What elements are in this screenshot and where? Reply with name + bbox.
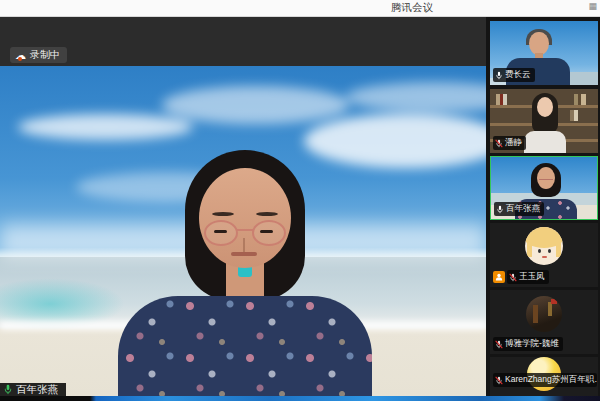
participant-tile-3-active-speaker[interactable]: 百年张燕	[490, 156, 598, 220]
participant-name: 费长云	[505, 69, 531, 81]
mic-on-icon	[495, 71, 503, 80]
participant-nametag-row: 王玉凤	[493, 270, 549, 284]
participant-name: 王玉凤	[519, 271, 545, 283]
participant-tile-5[interactable]: 博雅学院-魏维	[490, 290, 598, 354]
mic-muted-icon	[495, 376, 503, 385]
meeting-content: ☁ 录制中 百年张燕	[0, 17, 600, 401]
avatar-hair-strand	[556, 240, 561, 257]
avatar-eye	[538, 249, 541, 253]
photo-avatar	[526, 296, 562, 332]
main-speaker-video[interactable]	[0, 66, 486, 396]
speaker-eyebrow-right	[256, 212, 278, 216]
speaker-floral-top-illustration	[118, 296, 372, 396]
title-bar: 腾讯会议 ▦	[0, 0, 600, 17]
mic-muted-icon	[495, 139, 503, 148]
participants-sidebar: 费长云 潘静	[486, 17, 600, 401]
participant-tile-2[interactable]: 潘静	[490, 89, 598, 153]
anime-avatar	[525, 227, 563, 265]
glasses-bridge	[237, 229, 253, 231]
cloud-recording-icon: ☁	[15, 50, 26, 61]
main-speaker-name: 百年张燕	[16, 383, 58, 397]
participant-tile-6[interactable]: KarenZhang苏州百年职…	[490, 357, 598, 401]
participant-nametag: 王玉凤	[507, 270, 549, 284]
recording-label: 录制中	[30, 48, 60, 62]
glasses-left-lens	[204, 220, 238, 246]
participant-nametag: 博雅学院-魏维	[493, 337, 563, 351]
glasses-right-lens	[252, 220, 286, 246]
main-video-stage: ☁ 录制中 百年张燕	[0, 17, 486, 401]
participant-nametag: 潘静	[493, 136, 526, 150]
participant-name: KarenZhang苏州百年职…	[505, 374, 597, 386]
avatar-mouth	[542, 256, 547, 258]
glasses-illustration	[539, 175, 553, 180]
mic-on-icon	[3, 384, 13, 395]
mic-muted-icon	[509, 273, 517, 282]
avatar-hair-strand	[527, 240, 532, 257]
layout-grid-icon[interactable]: ▦	[588, 2, 597, 11]
participant-tile-1[interactable]: 费长云	[490, 21, 598, 85]
avatar-photo-detail	[548, 302, 552, 316]
avatar-photo-detail	[551, 299, 557, 304]
avatar-eye	[548, 249, 551, 253]
participant-tile-4[interactable]: 王玉凤	[490, 223, 598, 287]
speaker-eye-right	[260, 230, 273, 233]
participant-name: 百年张燕	[506, 203, 540, 215]
recording-badge[interactable]: ☁ 录制中	[10, 47, 67, 63]
woman-top-illustration	[524, 131, 566, 153]
avatar-photo-detail	[533, 305, 538, 323]
man-face-illustration	[529, 32, 549, 55]
hand-raised-badge-icon	[493, 271, 505, 283]
recording-dot-icon	[18, 57, 22, 61]
tencent-meeting-window: 腾讯会议 ▦	[0, 0, 600, 401]
participant-nametag: KarenZhang苏州百年职…	[493, 373, 597, 387]
clouds-decoration	[18, 114, 193, 140]
main-speaker-nametag: 百年张燕	[0, 383, 66, 397]
woman-face-illustration	[537, 97, 553, 117]
participant-name: 潘静	[505, 137, 522, 149]
mic-muted-icon	[495, 340, 503, 349]
speaker-mouth	[231, 252, 257, 256]
speaker-eye-left	[214, 230, 227, 233]
mic-on-icon	[496, 205, 504, 214]
participant-nametag: 百年张燕	[494, 202, 544, 216]
participant-nametag: 费长云	[493, 68, 535, 82]
speaker-eyebrow-left	[212, 212, 234, 216]
participant-name: 博雅学院-魏维	[505, 338, 559, 350]
desktop-wallpaper-strip	[0, 396, 600, 401]
window-title: 腾讯会议	[391, 1, 433, 15]
